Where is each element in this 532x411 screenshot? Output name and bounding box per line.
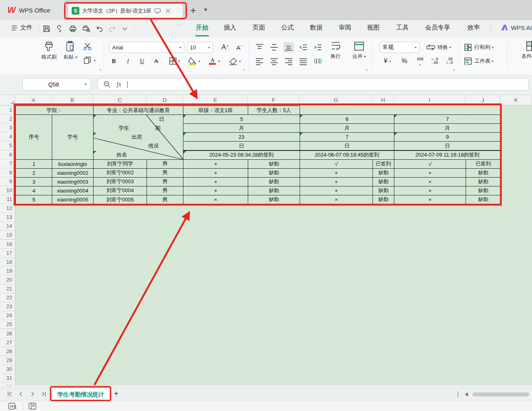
cell-seq-header[interactable]: 序号 xyxy=(15,114,52,160)
text-orientation-button[interactable] xyxy=(313,56,323,66)
row-header-15[interactable]: 15 xyxy=(0,231,15,239)
menu-tab-4[interactable]: 公式 xyxy=(281,23,294,32)
justify-button[interactable] xyxy=(298,56,309,66)
row-header-17[interactable]: 17 xyxy=(0,249,15,258)
js-macro-icon[interactable]: JS xyxy=(8,403,17,410)
decrease-font-button[interactable]: A− xyxy=(233,42,246,53)
row-header-31[interactable]: 31 xyxy=(0,374,15,383)
cell-status-s3-5[interactable]: 缺勤 xyxy=(466,195,501,204)
clipboard-group-expander[interactable]: ↘ xyxy=(98,67,102,72)
menu-tab-5[interactable]: 数据 xyxy=(310,23,323,32)
cell-no-2[interactable]: 2 xyxy=(15,168,52,178)
cell-session1-month-unit[interactable]: 月 xyxy=(183,123,300,133)
column-header-B[interactable]: B xyxy=(52,95,93,106)
column-header-K[interactable]: K xyxy=(500,95,532,106)
cell-status-s1-3[interactable]: 缺勤 xyxy=(248,177,300,186)
align-center-button[interactable] xyxy=(269,56,279,66)
prev-sheet-icon[interactable] xyxy=(18,391,24,397)
increase-font-button[interactable]: A+ xyxy=(219,42,232,53)
font-group-expander[interactable]: ↘ xyxy=(242,67,245,72)
cell-status-s3-1[interactable]: 已签到 xyxy=(466,159,501,169)
cell-class[interactable]: 班级：语文1班 xyxy=(183,106,248,115)
row-header-27[interactable]: 27 xyxy=(0,338,15,347)
column-header-A[interactable]: A xyxy=(15,95,52,106)
cell-mark-s2-5[interactable]: × xyxy=(300,195,373,204)
cell-gender-4[interactable]: 男 xyxy=(147,186,183,195)
worksheet-button[interactable]: 工作表▾ xyxy=(464,56,501,66)
align-left-button[interactable] xyxy=(254,56,265,66)
save-icon[interactable] xyxy=(42,24,51,34)
cell-session3-month[interactable]: 7 xyxy=(394,114,501,124)
menu-tab-1[interactable]: 开始 xyxy=(196,23,209,32)
undo-icon[interactable] xyxy=(95,24,104,34)
cell-session3-sign[interactable]: 2024-07-09 11:16:18的签到 xyxy=(394,150,501,160)
row-header-3[interactable]: 3 xyxy=(0,123,15,132)
add-sheet-button[interactable]: + xyxy=(114,389,119,398)
menu-tab-8[interactable]: 工具 xyxy=(396,23,409,32)
close-tab-icon[interactable] xyxy=(166,8,170,13)
cell-status-s2-3[interactable]: 缺勤 xyxy=(372,177,394,186)
select-all-corner[interactable] xyxy=(0,95,15,106)
column-header-G[interactable]: G xyxy=(300,95,372,106)
row-header-32[interactable]: 32 xyxy=(0,383,15,386)
cell-session3-day[interactable]: 9 xyxy=(394,132,501,142)
cell-session1-day[interactable]: 23 xyxy=(183,132,300,142)
cell-major[interactable]: 专业：公共基础与通识教育 xyxy=(93,106,183,115)
cell-mark-s1-5[interactable]: × xyxy=(183,195,248,204)
cell-name-5[interactable]: 刘宵宁0005 xyxy=(93,195,147,204)
cut-button[interactable] xyxy=(82,41,93,52)
increase-indent-button[interactable] xyxy=(313,42,323,53)
cell-session1-sign[interactable]: 2024-05-23 08:34:28的签到 xyxy=(183,150,300,160)
align-right-button[interactable] xyxy=(283,56,294,66)
task-pane-icon[interactable] xyxy=(28,403,36,410)
thousands-separator-button[interactable]: 000, xyxy=(414,56,427,66)
cell-college[interactable]: 学院： xyxy=(15,106,94,115)
file-menu-button[interactable]: 文件 xyxy=(11,24,32,32)
cell-name-1[interactable]: 刘宵宁同学 xyxy=(93,159,147,169)
row-header-19[interactable]: 19 xyxy=(0,267,15,275)
new-document-tab-button[interactable]: + xyxy=(190,5,196,16)
font-size-select[interactable]: 10▾ xyxy=(187,42,213,53)
column-header-D[interactable]: D xyxy=(147,95,183,106)
cell-mark-s2-4[interactable]: × xyxy=(300,186,373,195)
menu-tab-6[interactable]: 审阅 xyxy=(339,23,351,32)
convert-button[interactable]: 转换▾ xyxy=(423,42,455,53)
print-preview-icon[interactable] xyxy=(81,24,91,34)
cell-status-s3-3[interactable]: 缺勤 xyxy=(466,177,501,186)
row-header-29[interactable]: 29 xyxy=(0,356,15,365)
cell-mark-s1-2[interactable]: × xyxy=(183,168,248,178)
row-header-16[interactable]: 16 xyxy=(0,240,15,249)
last-sheet-icon[interactable] xyxy=(40,391,47,397)
rows-and-columns-button[interactable]: 行和列▾ xyxy=(464,42,501,53)
cell-session2-month-unit[interactable]: 月 xyxy=(300,123,394,133)
cell-id-2[interactable]: xiaoning0002 xyxy=(52,168,94,178)
alignment-group-expander[interactable]: ↘ xyxy=(364,67,368,72)
row-header-24[interactable]: 24 xyxy=(0,311,15,320)
row-header-14[interactable]: 14 xyxy=(0,222,15,231)
row-header-4[interactable]: 4 xyxy=(0,132,15,141)
wrap-text-button[interactable]: 换行 xyxy=(326,40,346,60)
cell-mark-s3-2[interactable]: × xyxy=(394,168,466,178)
row-header-30[interactable]: 30 xyxy=(0,365,15,374)
cell-gender-5[interactable]: 男 xyxy=(147,195,183,204)
cell-name-2[interactable]: 刘宵宁0002 xyxy=(93,168,147,178)
cell-id-3[interactable]: xiaoning0003 xyxy=(52,177,94,186)
percent-format-button[interactable]: % xyxy=(399,56,410,66)
row-header-5[interactable]: 5 xyxy=(0,141,15,150)
row-header-18[interactable]: 18 xyxy=(0,258,15,267)
wps-office-home-button[interactable]: W WPS Office xyxy=(0,0,65,20)
cell-no-3[interactable]: 3 xyxy=(15,177,52,186)
decrease-indent-button[interactable] xyxy=(298,42,309,53)
italic-button[interactable]: I xyxy=(123,56,133,66)
row-header-25[interactable]: 25 xyxy=(0,320,15,329)
column-header-I[interactable]: I xyxy=(394,95,466,106)
cell-session2-day-unit[interactable]: 日 xyxy=(300,141,394,150)
cell-gender-2[interactable]: 男 xyxy=(147,168,183,178)
decrease-decimal-button[interactable]: .00→.0 xyxy=(443,56,456,66)
cell-status-s1-2[interactable]: 缺勤 xyxy=(248,168,300,178)
cell-status-s3-2[interactable]: 缺勤 xyxy=(466,168,501,178)
cell-mark-s2-3[interactable]: × xyxy=(300,177,373,186)
cell-mark-s1-3[interactable]: × xyxy=(183,177,248,186)
increase-decimal-button[interactable]: ←.0.00 xyxy=(428,56,441,66)
cell-student-count[interactable]: 学生人数：5人 xyxy=(248,106,300,115)
